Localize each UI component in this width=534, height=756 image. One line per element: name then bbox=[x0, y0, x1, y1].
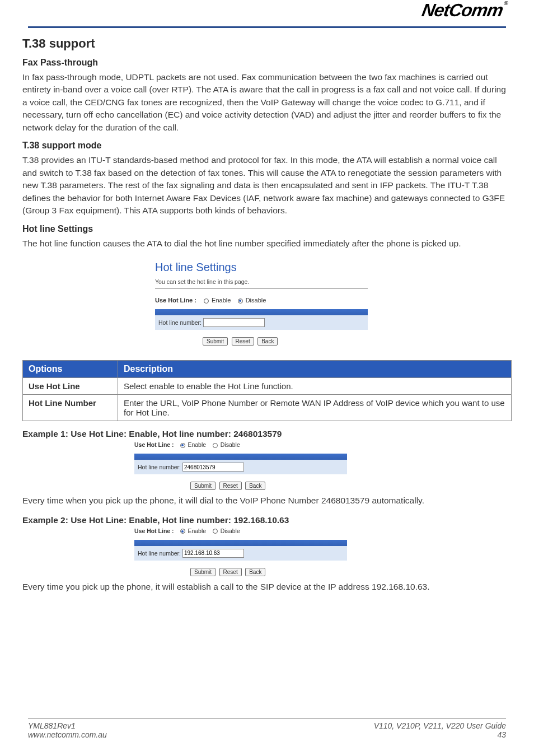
th-options: Options bbox=[23, 361, 118, 378]
desc-cell: Select enable to enable the Hot Line fun… bbox=[118, 378, 512, 395]
back-button[interactable]: Back bbox=[257, 337, 278, 346]
ex2-enable-radio[interactable] bbox=[180, 529, 185, 534]
footer-right1: V110, V210P, V211, V220 User Guide bbox=[374, 721, 506, 730]
options-table: Options Description Use Hot Line Select … bbox=[22, 360, 512, 421]
ex1-reset-button[interactable]: Reset bbox=[219, 482, 242, 490]
example1-panel: Use Hot Line : Enable Disable Hot line n… bbox=[134, 441, 347, 490]
ex1-blue-bar bbox=[134, 454, 347, 460]
hotline-body: The hot line function causes the ATA to … bbox=[22, 237, 512, 250]
ex1-enable-radio[interactable] bbox=[180, 443, 185, 448]
fax-passthrough-heading: Fax Pass-through bbox=[22, 58, 512, 68]
footer-rule bbox=[28, 718, 506, 719]
hotline-heading: Hot line Settings bbox=[22, 224, 512, 234]
ex1-number-row: Hot line number: bbox=[134, 460, 347, 474]
panel-title: Hot line Settings bbox=[155, 261, 379, 274]
panel-buttons: Submit Reset Back bbox=[155, 335, 379, 346]
opt-cell: Use Hot Line bbox=[23, 378, 118, 395]
ex1-submit-button[interactable]: Submit bbox=[190, 482, 216, 490]
hotline-number-label: Hot line number: bbox=[158, 319, 202, 326]
reset-button[interactable]: Reset bbox=[232, 337, 254, 346]
example2-panel: Use Hot Line : Enable Disable Hot line n… bbox=[134, 528, 347, 576]
brand-logo: NetComm® bbox=[420, 0, 508, 21]
table-row: Use Hot Line Select enable to enable the… bbox=[23, 378, 512, 395]
page-footer: YML881Rev1 www.netcomm.com.au V110, V210… bbox=[28, 718, 506, 739]
th-description: Description bbox=[118, 361, 512, 378]
ex1-enable-label: Enable bbox=[188, 441, 206, 448]
fax-passthrough-body: In fax pass-through mode, UDPTL packets … bbox=[22, 71, 512, 134]
ex1-disable-radio[interactable] bbox=[213, 443, 218, 448]
t38-mode-heading: T.38 support mode bbox=[22, 141, 512, 151]
ex2-blue-bar bbox=[134, 540, 347, 546]
ex2-number-label: Hot line number: bbox=[138, 549, 181, 556]
ex1-disable-label: Disable bbox=[221, 441, 240, 448]
desc-cell: Enter the URL, VoIP Phone Number or Remo… bbox=[118, 395, 512, 421]
ex2-submit-button[interactable]: Submit bbox=[190, 568, 216, 576]
ex1-back-button[interactable]: Back bbox=[245, 482, 265, 490]
enable-radio[interactable] bbox=[204, 298, 209, 304]
disable-label: Disable bbox=[246, 297, 266, 304]
ex2-disable-label: Disable bbox=[221, 528, 240, 534]
ex2-enable-label: Enable bbox=[188, 528, 206, 534]
panel-blue-bar bbox=[155, 309, 368, 315]
ex2-reset-button[interactable]: Reset bbox=[219, 568, 242, 576]
footer-left1: YML881Rev1 bbox=[28, 721, 76, 730]
panel-hr bbox=[155, 288, 368, 289]
ex2-use-label: Use Hot Line : bbox=[134, 528, 174, 534]
disable-radio[interactable] bbox=[238, 298, 243, 304]
ex1-buttons: Submit Reset Back bbox=[134, 480, 347, 490]
ex1-number-input[interactable] bbox=[182, 463, 244, 472]
footer-left2: www.netcomm.com.au bbox=[28, 730, 107, 739]
ex1-number-label: Hot line number: bbox=[138, 464, 181, 470]
hotline-number-input[interactable] bbox=[203, 318, 265, 327]
hotline-panel: Hot line Settings You can set the hot li… bbox=[155, 255, 379, 351]
use-hotline-label: Use Hot Line : bbox=[155, 297, 196, 304]
ex2-buttons: Submit Reset Back bbox=[134, 566, 347, 576]
example2-after: Every time you pick up the phone, it wil… bbox=[22, 581, 512, 593]
ex2-number-input[interactable] bbox=[182, 549, 244, 558]
example1-title: Example 1: Use Hot Line: Enable, Hot lin… bbox=[22, 429, 512, 439]
table-row: Hot Line Number Enter the URL, VoIP Phon… bbox=[23, 395, 512, 421]
opt-cell: Hot Line Number bbox=[23, 395, 118, 421]
section-title: T.38 support bbox=[22, 36, 512, 51]
ex2-back-button[interactable]: Back bbox=[245, 568, 265, 576]
hotline-number-row: Hot line number: bbox=[155, 315, 368, 330]
ex2-disable-radio[interactable] bbox=[213, 529, 218, 534]
example1-after: Every time when you pick up the phone, i… bbox=[22, 494, 512, 507]
panel-sub: You can set the hot line in this page. bbox=[155, 278, 379, 285]
brand-text: NetComm bbox=[420, 0, 504, 20]
example2-title: Example 2: Use Hot Line: Enable, Hot lin… bbox=[22, 515, 512, 525]
brand-reg: ® bbox=[503, 0, 508, 6]
t38-mode-body: T.38 provides an ITU-T standards-based m… bbox=[22, 154, 512, 217]
use-hotline-row: Use Hot Line : Enable Disable bbox=[155, 297, 379, 304]
ex1-use-label: Use Hot Line : bbox=[134, 441, 174, 448]
submit-button[interactable]: Submit bbox=[203, 337, 228, 346]
header-rule bbox=[28, 26, 506, 28]
footer-page-number: 43 bbox=[374, 730, 506, 739]
enable-label: Enable bbox=[212, 297, 231, 304]
ex2-number-row: Hot line number: bbox=[134, 546, 347, 561]
